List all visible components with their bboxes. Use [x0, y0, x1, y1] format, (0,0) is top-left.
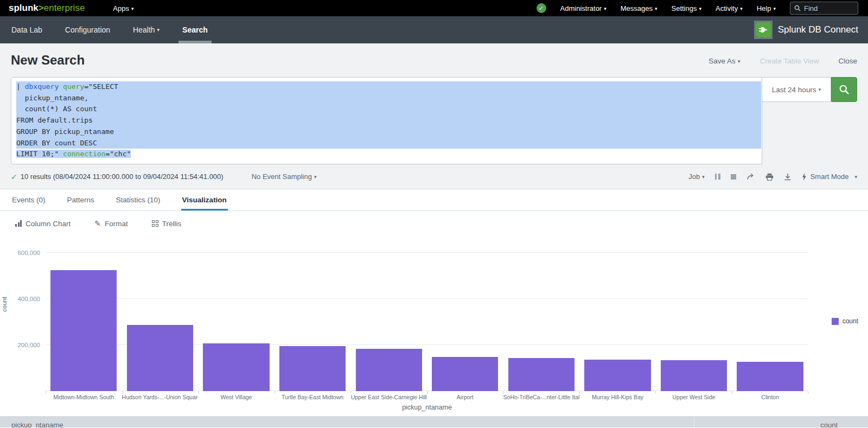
- nav-item-data-lab[interactable]: Data Lab: [0, 16, 54, 43]
- query-line: count(*) AS count: [16, 104, 757, 115]
- nav-item-configuration[interactable]: Configuration: [54, 16, 122, 43]
- find-search-input[interactable]: Find: [790, 2, 858, 15]
- y-axis-tick-label: 400,000: [17, 296, 40, 302]
- chart-bar[interactable]: [584, 360, 650, 391]
- format-button[interactable]: ✎ Format: [94, 219, 128, 228]
- search-mode-menu[interactable]: Smart Mode▾: [802, 173, 857, 181]
- chevron-down-icon: ▾: [854, 174, 857, 180]
- chart-bar[interactable]: [203, 343, 269, 391]
- legend-swatch: [832, 318, 839, 325]
- pencil-icon: ✎: [94, 219, 101, 228]
- chevron-down-icon: ▾: [738, 59, 741, 64]
- health-status-icon[interactable]: ✓: [537, 3, 546, 13]
- page-title: New Search: [11, 53, 85, 68]
- chart-bar[interactable]: [737, 362, 803, 391]
- stop-icon: [731, 174, 736, 180]
- close-button[interactable]: Close: [838, 57, 857, 65]
- column-header-pickup-ntaname[interactable]: pickup_ntaname: [0, 416, 694, 427]
- export-button[interactable]: [784, 173, 792, 181]
- settings-menu[interactable]: Settings▾: [672, 4, 702, 12]
- create-table-view-button: Create Table View: [760, 57, 819, 65]
- column-header-count[interactable]: count: [694, 416, 868, 427]
- nav-item-search[interactable]: Search: [171, 16, 219, 43]
- chart-bar[interactable]: [661, 360, 727, 391]
- share-button[interactable]: [746, 173, 755, 181]
- chart-bar[interactable]: [279, 346, 346, 391]
- column-chart-icon: [15, 220, 22, 227]
- x-axis-category-label: Clinton: [732, 394, 808, 404]
- search-query-input[interactable]: | dbxquery query="SELECT pickup_ntaname,…: [11, 77, 762, 164]
- chevron-down-icon: ▾: [655, 6, 658, 11]
- messages-menu[interactable]: Messages▾: [621, 4, 658, 12]
- chevron-down-icon: ▾: [740, 6, 743, 11]
- help-menu[interactable]: Help▾: [757, 4, 776, 12]
- print-icon: [765, 173, 774, 181]
- pause-button[interactable]: [715, 174, 720, 180]
- chart-type-button[interactable]: Column Chart: [15, 220, 71, 228]
- query-line: GROUP BY pickup_ntaname: [16, 126, 757, 138]
- pause-icon: [715, 174, 720, 180]
- plug-icon: [756, 22, 771, 37]
- statistics-table-header: pickup_ntaname count: [0, 416, 868, 427]
- x-axis-category-label: Airport: [427, 394, 503, 404]
- print-button[interactable]: [765, 173, 774, 181]
- app-nav-bar: Data Lab Configuration Health▾ Search Sp…: [0, 16, 868, 43]
- y-axis-tick-label: 600,000: [17, 250, 40, 256]
- event-sampling-menu[interactable]: No Event Sampling▾: [252, 173, 317, 181]
- legend-label: count: [843, 317, 858, 325]
- lightning-bolt-icon: [802, 173, 807, 181]
- chart-bar[interactable]: [356, 349, 422, 391]
- x-axis-category-label: Murray Hill-Kips Bay: [579, 394, 656, 404]
- results-tabs: Events (0) Patterns Statistics (10) Visu…: [0, 189, 868, 211]
- query-line: pickup_ntaname,: [16, 93, 757, 104]
- chevron-down-icon: ▾: [773, 6, 776, 11]
- tab-patterns[interactable]: Patterns: [66, 189, 95, 210]
- time-range-picker[interactable]: Last 24 hours▾: [762, 77, 831, 102]
- x-axis-category-label: SoHo-TriBeCa-...nter-Little Italy: [503, 394, 580, 404]
- x-axis-category-label: West Village: [198, 394, 275, 404]
- chevron-down-icon: ▾: [314, 174, 317, 180]
- x-axis-category-label: Turtle Bay-East Midtown: [275, 394, 351, 404]
- chart-bar[interactable]: [432, 357, 498, 391]
- query-line: LIMIT 10;" connection="chc": [16, 149, 757, 160]
- chart-legend[interactable]: count: [832, 317, 858, 325]
- stop-button[interactable]: [731, 174, 736, 180]
- top-chrome-bar: splunk>enterprise Apps▾ ✓ Administrator▾…: [0, 0, 868, 16]
- x-axis-category-label: Upper West Side: [656, 394, 732, 404]
- activity-menu[interactable]: Activity▾: [716, 4, 743, 12]
- y-axis-title: count: [1, 297, 8, 312]
- x-axis-category-label: Hudson Yards-...-Union Square: [122, 394, 199, 404]
- run-search-button[interactable]: [831, 77, 857, 102]
- query-line: | dbxquery query="SELECT: [16, 81, 757, 93]
- column-chart: count 200,000400,000600,000 Midtown-Midt…: [0, 236, 868, 411]
- chevron-down-icon: ▾: [702, 174, 705, 180]
- splunk-logo[interactable]: splunk>enterprise: [9, 3, 85, 14]
- administrator-menu[interactable]: Administrator▾: [560, 4, 607, 12]
- apps-menu[interactable]: Apps▾: [113, 4, 133, 12]
- x-axis-category-label: Upper East Side-Carnegie Hill: [350, 394, 427, 404]
- search-icon: [794, 5, 801, 11]
- download-icon: [784, 173, 792, 181]
- nav-item-health[interactable]: Health▾: [122, 16, 171, 43]
- x-axis-category-label: Midtown-Midtown South: [46, 394, 122, 404]
- visualization-toolbar: Column Chart ✎ Format Trellis: [0, 211, 868, 236]
- chevron-down-icon: ▾: [699, 6, 701, 11]
- query-line: FROM default.trips: [16, 115, 757, 126]
- chart-bar[interactable]: [127, 325, 193, 391]
- tab-events[interactable]: Events (0): [11, 189, 47, 210]
- tab-visualization[interactable]: Visualization: [181, 189, 228, 210]
- tab-statistics[interactable]: Statistics (10): [115, 189, 162, 210]
- x-axis-category-labels: Midtown-Midtown SouthHudson Yards-...-Un…: [46, 394, 808, 404]
- save-as-button[interactable]: Save As▾: [709, 57, 740, 65]
- db-connect-app-icon: [754, 21, 773, 39]
- trellis-button[interactable]: Trellis: [152, 220, 182, 228]
- x-axis-title: pickup_ntaname: [46, 404, 808, 413]
- query-line: ORDER BY count DESC: [16, 138, 757, 149]
- chart-bar[interactable]: [508, 358, 575, 391]
- app-title: Splunk DB Connect: [778, 24, 858, 35]
- y-axis-tick-label: 200,000: [17, 342, 40, 348]
- job-menu[interactable]: Job▾: [688, 173, 705, 181]
- chevron-down-icon: ▾: [604, 6, 607, 11]
- chart-bar[interactable]: [50, 270, 117, 391]
- results-summary: 10 results (08/04/2024 11:00:00.000 to 0…: [21, 173, 224, 181]
